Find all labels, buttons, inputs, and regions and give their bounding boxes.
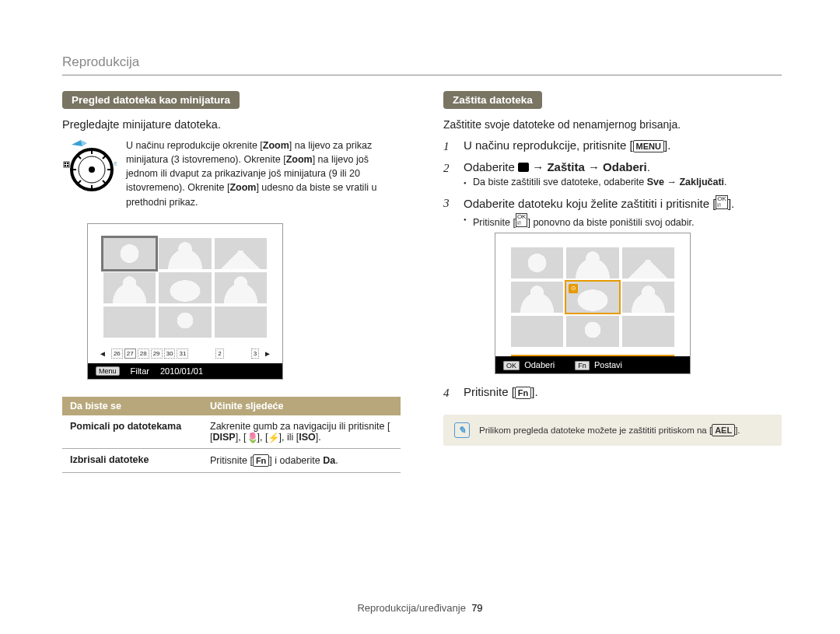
thumbnail-cell [103, 238, 156, 269]
thumbnail-cell [566, 316, 618, 347]
info-icon: ✎ [454, 422, 470, 438]
thumbnail-cell [511, 316, 563, 347]
heading-thumbnails: Pregled datoteka kao minijatura [62, 91, 240, 109]
thumbnail-cell [622, 282, 674, 313]
svg-rect-3 [65, 165, 66, 166]
page-footer: Reprodukcija/uređivanje 79 [0, 602, 840, 614]
ok-icon: OK⎚ [716, 195, 728, 209]
thumbnail-cell [622, 316, 674, 347]
table-row-key: Izbrisali datoteke [62, 448, 202, 472]
table-row-value: Zakrenite gumb za navigaciju ili pritisn… [202, 415, 401, 449]
step-3-sub: Pritisnite [OK⎚] ponovno da biste poništ… [464, 213, 782, 228]
lock-icon: ⊙ [569, 284, 578, 293]
macro-icon: 🌷 [247, 432, 257, 441]
thumbnail-cell [159, 238, 211, 269]
svg-rect-4 [67, 165, 68, 166]
divider [62, 75, 782, 75]
lead-thumbnails: Pregledajte minijature datoteka. [62, 118, 401, 131]
ok-label: OK [503, 361, 520, 370]
thumbnail-cell [103, 272, 156, 303]
table-row-key: Pomicali po datotekama [62, 415, 202, 449]
svg-line-12 [78, 156, 81, 159]
zoom-description: U načinu reprodukcije okrenite [Zoom] na… [126, 138, 401, 209]
step-2: Odaberite → Zaštita → Odaberi. Da biste … [443, 160, 782, 187]
svg-line-14 [78, 180, 81, 184]
step-4: Pritisnite [Fn]. [443, 385, 782, 399]
table-header-action: Da biste se [62, 397, 202, 415]
thumbnail-cell [159, 306, 211, 338]
protect-grid-figure: ⊙ OK Odaberi Fn Postavi [495, 233, 691, 374]
thumbnail-cell-selected: ⊙ [566, 282, 618, 313]
page-section-title: Reprodukcija [62, 54, 782, 70]
thumbnail-cell [215, 306, 267, 338]
svg-line-13 [103, 156, 106, 159]
note-box: ✎ Prilikom pregleda datoteke možete je z… [443, 415, 782, 446]
table-header-do: Učinite sljedeće [202, 397, 401, 415]
menu-label: Menu [96, 366, 120, 376]
ok-icon: OK⎚ [516, 213, 528, 227]
filmstrip: ◄ 26 27 28 29 30 31 2 3 ► [88, 345, 282, 363]
fn-label: Fn [575, 361, 590, 370]
table-row-value: Pritisnite [Fn] i odaberite Da. [202, 448, 401, 472]
zoom-dial-illustration: 🔍 [62, 138, 117, 203]
thumbnail-cell [215, 238, 267, 269]
thumbnail-cell [103, 306, 156, 338]
svg-rect-2 [67, 163, 68, 164]
thumbnail-cell [622, 247, 674, 278]
actions-table: Da biste se Učinite sljedeće Pomicali po… [62, 397, 401, 473]
thumbnail-grid-figure: ◄ 26 27 28 29 30 31 2 3 ► Menu Filtar 20 [87, 223, 283, 380]
svg-rect-1 [65, 163, 66, 164]
step-3: Odaberite datoteku koju želite zaštititi… [443, 195, 782, 374]
step-1: U načinu reprodukcije, pritisnite [MENU]… [443, 138, 782, 152]
playback-menu-icon [518, 163, 529, 172]
svg-line-15 [103, 180, 106, 184]
thumbnail-cell [511, 282, 563, 313]
svg-point-7 [89, 166, 95, 173]
thumbnail-cell [566, 247, 618, 278]
heading-protect: Zaštita datoteka [443, 91, 542, 109]
thumbnail-cell [215, 272, 267, 303]
flash-icon: ⚡ [268, 432, 278, 441]
svg-text:🔍: 🔍 [114, 161, 117, 168]
thumbnail-cell [159, 272, 211, 303]
date-label: 2010/01/01 [160, 366, 203, 376]
filter-label: Filtar [131, 366, 149, 376]
lead-protect: Zaštitite svoje datoteke od nenamjernog … [443, 118, 782, 131]
thumbnail-cell [511, 247, 563, 278]
step-2-sub: Da biste zaštitili sve datoteke, odaberi… [464, 177, 782, 187]
